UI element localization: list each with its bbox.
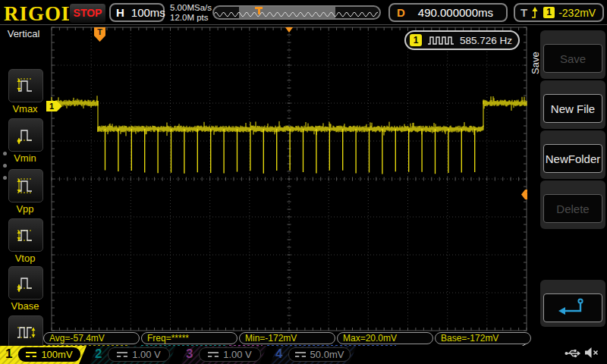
menu-page-dot [3,164,7,168]
rigol-logo: RIGOL [4,2,76,26]
menu-item-label: Vmax [8,103,42,115]
preview-waveform-icon [214,7,379,20]
newfolder-button[interactable]: NewFolder [543,144,602,173]
dc-coupling-icon [208,351,219,358]
channel-scale: 50.0mV [288,347,351,362]
menu-item-vbase[interactable]: Vbase [8,266,42,310]
measurement-4: Max=20.0mV [337,332,433,344]
trigger-label: T [521,6,527,19]
usb-icon [565,347,581,359]
return-arrow-icon [556,297,590,319]
channel-status-bar: 1100mV21.00 V31.00 V450.0mV [0,346,607,364]
menu-page-dot [3,152,7,155]
oscilloscope-screen: { "app": {"brand": "RIGOL", "run_state":… [0,0,607,364]
timebase-value: 100ms [131,6,165,19]
measurement-5: Base=-172mV [435,332,531,344]
trigger-source-badge: 1 [543,7,555,18]
acquisition-info: 5.00MSa/s 12.0M pts [170,3,212,23]
menu-item-label: Vpp [8,203,42,215]
dc-coupling-icon [295,351,306,358]
channel-scale: 1.00 V [199,347,261,362]
sample-rate: 5.00MSa/s [170,3,212,13]
channel-scale-value: 50.0mV [310,349,344,360]
channel-number: 1 [5,347,12,362]
rising-edge-icon [531,6,539,19]
dc-coupling-icon [117,351,127,358]
vbase-icon [16,272,36,293]
vtop-icon [16,224,36,246]
horizontal-label: H [116,6,124,19]
menu-group: NewFolder [540,130,605,179]
menu-group: Save [540,30,605,79]
menu-item-vmin[interactable]: Vmin [8,118,42,162]
channel1-zero-marker[interactable]: 1 [46,101,62,111]
menu-item-vmax[interactable]: Vmax [8,69,42,113]
run-state-badge[interactable]: STOP [69,3,106,24]
graticule-and-waveform [0,0,607,364]
channel-scale-value: 1.00 V [132,349,161,360]
channel-3-badge[interactable]: 31.00 V [181,346,267,364]
trigger-level-value: -232mV [558,7,596,19]
channel-number: 3 [186,347,193,362]
channel-scale: 100mV [18,347,80,362]
menu-group: Delete [540,180,605,229]
delay-value: 490.000000ms [405,6,506,19]
channel-number: 2 [95,347,102,362]
menu-group: New File [540,80,605,129]
new-file-button[interactable]: New File [543,94,602,123]
delay-label: D [397,6,405,19]
menu-item-vtop[interactable]: Vtop [8,218,42,262]
vamp-icon [16,322,36,343]
delete-button[interactable]: Delete [543,194,602,223]
channel-scale-value: 1.00 V [223,349,252,360]
menu-page-dot [3,176,7,180]
measurement-2: Freq=***** [141,332,237,344]
measurement-3: Min=-172mV [239,332,335,344]
horizontal-timebase-box[interactable]: H 100ms [109,3,165,22]
menu-item-vpp[interactable]: Vpp [8,169,42,213]
delay-box[interactable]: D 490.000000ms [388,3,508,22]
menu-item-label: Vbase [8,300,42,312]
square-wave-icon [426,34,455,46]
counter-channel-badge: 1 [410,34,422,46]
vmin-icon [16,124,36,146]
save-button[interactable]: Save [543,44,602,73]
left-menu-title: Vertical [0,28,47,39]
menu-item-label: Vtop [8,253,42,264]
dc-coupling-icon [26,351,36,358]
trigger-box[interactable]: T 1 -232mV [514,3,604,22]
top-bar-separator [0,24,607,25]
speaker-muted-icon [584,347,599,359]
memory-depth: 12.0M pts [170,13,212,23]
vpp-icon [16,175,36,196]
menu-item-label: Vmin [8,152,42,164]
left-measure-menu: Vertical VmaxVminVppVtopVbaseVamp [0,25,49,346]
channel-1-badge[interactable]: 1100mV [0,346,86,364]
return-button[interactable] [543,293,602,322]
channel-4-badge[interactable]: 450.0mV [270,346,357,364]
channel-scale-value: 100mV [41,349,72,360]
top-bar: RIGOL STOP H 100ms 5.00MSa/s 12.0M pts D… [0,0,607,25]
channel-scale: 1.00 V [108,347,170,362]
counter-value: 585.726 Hz [460,35,512,46]
vmax-icon [16,75,36,96]
preview-trigger-marker-icon [255,7,263,9]
right-soft-menu: Save SaveNew FileNewFolderDelete [527,25,607,346]
menu-tab-save: Save [530,45,540,81]
menu-group [540,280,605,327]
measurement-1: Avg=-57.4mV [43,332,140,344]
frequency-counter: 1 585.726 Hz [404,30,520,50]
channel-2-badge[interactable]: 21.00 V [90,346,176,364]
trigger-position-marker[interactable]: T [94,27,105,42]
waveform-preview-bar[interactable] [212,5,381,20]
channel-number: 4 [275,347,282,362]
delay-reference-icon [285,27,293,33]
